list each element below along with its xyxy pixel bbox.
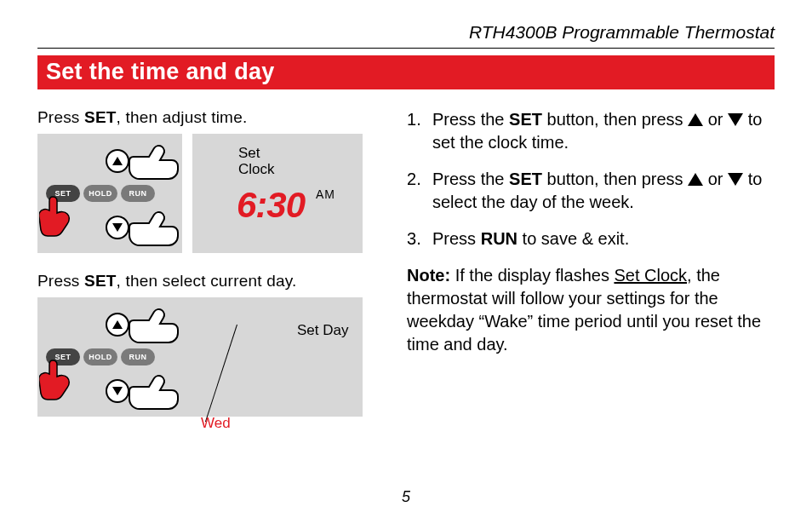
pointing-hand-icon <box>128 374 179 412</box>
run-button: RUN <box>121 185 155 202</box>
fig2-panel: SET HOLD RUN Set Day <box>37 297 363 417</box>
down-button <box>106 379 129 403</box>
down-button <box>106 216 129 239</box>
triangle-up-icon <box>688 173 703 186</box>
instruction-list: Press the SET button, then press or to s… <box>407 108 775 250</box>
right-column: Press the SET button, then press or to s… <box>407 108 775 452</box>
fig1-display-panel: Set Clock 6:30 AM <box>192 134 363 253</box>
up-button <box>106 313 129 337</box>
pointing-hand-icon <box>128 308 179 345</box>
page-header: RTH4300B Programmable Thermostat <box>37 22 775 49</box>
fig1-caption: Press SET, then adjust time. <box>37 108 378 127</box>
fig1-button-panel: SET HOLD RUN <box>37 134 182 253</box>
page-number: 5 <box>0 488 812 506</box>
up-button <box>106 149 129 173</box>
section-title: Set the time and day <box>37 55 775 89</box>
step-1: Press the SET button, then press or to s… <box>407 108 775 154</box>
clock-time: 6:30 <box>237 185 305 226</box>
display-mode-label: Set Clock <box>238 146 275 177</box>
ampm-label: AM <box>316 187 335 201</box>
day-value: Wed <box>201 415 541 432</box>
left-column: Press SET, then adjust time. SET HOLD RU… <box>37 108 378 452</box>
triangle-down-icon <box>728 173 743 186</box>
fig1: SET HOLD RUN Set Clock 6:30 AM <box>37 134 378 253</box>
pressing-finger-icon <box>39 359 71 401</box>
step-3: Press RUN to save & exit. <box>407 227 775 250</box>
display-mode-label: Set Day <box>297 323 348 339</box>
model-name: RTH4300B Programmable Thermostat <box>469 22 775 42</box>
triangle-up-icon <box>112 320 123 329</box>
note-paragraph: Note: If the display flashes Set Clock, … <box>407 264 775 356</box>
fig2-caption: Press SET, then select current day. <box>37 272 378 291</box>
triangle-down-icon <box>728 113 743 126</box>
hold-button: HOLD <box>83 348 117 365</box>
step-2: Press the SET button, then press or to s… <box>407 168 775 214</box>
run-button: RUN <box>121 348 155 365</box>
content-columns: Press SET, then adjust time. SET HOLD RU… <box>37 108 775 452</box>
pressing-finger-icon <box>39 195 71 238</box>
fig2: SET HOLD RUN Set Day <box>37 297 378 417</box>
hold-button: HOLD <box>83 185 117 202</box>
triangle-down-icon <box>112 223 123 232</box>
triangle-down-icon <box>112 387 123 395</box>
pointing-hand-icon <box>128 144 179 181</box>
pointing-hand-icon <box>128 210 179 248</box>
triangle-up-icon <box>112 157 123 165</box>
triangle-up-icon <box>688 113 703 126</box>
leader-line <box>205 325 237 422</box>
